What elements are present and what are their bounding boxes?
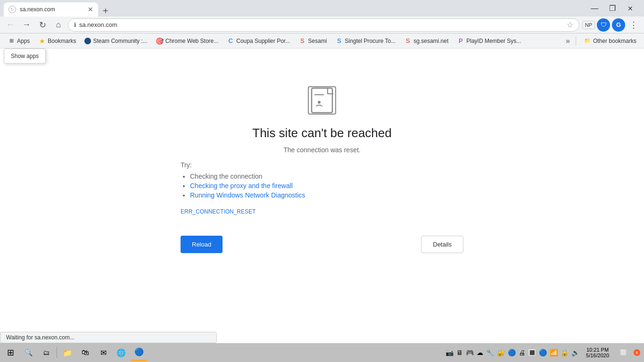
tray-icon-4[interactable]: ☁ [476,348,484,357]
tray-icon-6[interactable]: 🔐 [496,348,506,357]
status-bar: Waiting for sa.nexon.com... [0,332,217,343]
minimize-button[interactable]: — [588,2,601,15]
bookmark-star-button[interactable]: ☆ [567,20,573,29]
bookmark-playid[interactable]: P PlayID Member Sys... [453,35,525,47]
tab-area: ↻ sa.nexon.com ✕ + [4,0,583,16]
error-button-row: Reload Details [181,236,463,253]
bookmark-other[interactable]: 📁 Other bookmarks [580,35,640,47]
bookmark-chrome-label: Chrome Web Store... [165,38,219,44]
tray-icon-10[interactable]: 🔵 [538,348,548,357]
active-tab[interactable]: ↻ sa.nexon.com ✕ [4,2,98,16]
bookmark-sg-sesami[interactable]: S sg.sesami.net [400,35,452,47]
store-button[interactable]: 🛍 [77,344,94,361]
home-button[interactable]: ⌂ [52,18,65,32]
suggestion-1-text: Checking the connection [190,173,262,180]
tray-icon-7[interactable]: 🔵 [507,348,517,357]
bookmark-sg-sesami-label: sg.sesami.net [413,38,448,44]
edge-button[interactable]: 🌐 [113,344,130,361]
clock-date: 5/16/2020 [586,353,609,358]
tray-icon-11[interactable]: 📶 [549,348,559,357]
apps-favicon-icon: ⊞ [8,37,15,45]
bookmark-chrome-web-store[interactable]: 🎯 Chrome Web Store... [152,35,223,47]
suggestion-2-link[interactable]: Checking the proxy and the firewall [190,182,293,189]
tray-icon-8[interactable]: 🖨 [518,348,526,357]
start-button[interactable]: ⊞ [2,344,19,361]
forward-button[interactable]: → [20,18,33,32]
shield-extension-button[interactable]: 🛡 [597,18,610,32]
show-desktop-button[interactable]: ⬜ [615,344,632,361]
back-button[interactable]: ← [4,18,17,32]
tray-icon-9[interactable]: 🔳 [527,348,537,357]
system-clock[interactable]: 10:21 PM 5/16/2020 [582,347,613,358]
bookmark-apps-label: Apps [17,38,30,44]
menu-button[interactable]: ⋮ [627,18,640,32]
svg-rect-0 [312,88,332,113]
reload-button[interactable]: Reload [181,236,223,253]
taskbar: ⊞ 🔍 🗂 📁 🛍 ✉ 🌐 🔵 📷 🖥 🎮 ☁ 🔧 🔐 🔵 🖨 🔳 🔵 📶 🔒 … [0,343,644,362]
tray-icon-3[interactable]: 🎮 [465,348,475,357]
suggestion-1: Checking the connection [190,173,305,180]
tray-icon-5[interactable]: 🔧 [485,348,495,357]
np-button[interactable]: NP [582,21,595,29]
volume-icon[interactable]: 🔊 [570,348,580,357]
mail-button[interactable]: ✉ [95,344,112,361]
error-subtitle: The connection was reset. [283,146,360,154]
bookmarks-bar: ⊞ Apps ★ Bookmarks Steam Community :... … [0,33,644,49]
address-bar: ← → ↻ ⌂ ℹ sa.nexon.com ☆ NP 🛡 G ⋮ [0,16,644,33]
error-document-icon [308,86,336,115]
chrome-button[interactable]: 🔵 [131,344,148,361]
reload-button[interactable]: ↻ [36,18,49,32]
singtel-favicon-icon: S [335,37,343,45]
chrome-favicon-icon: 🎯 [156,37,164,45]
close-button[interactable]: ✕ [624,2,636,15]
coupa-favicon-icon: C [227,37,234,45]
tray-icon-2[interactable]: 🖥 [455,348,464,357]
error-try-label: Try: [181,161,192,169]
bookmark-other-label: Other bookmarks [593,38,636,44]
bookmark-bookmarks[interactable]: ★ Bookmarks [34,35,80,47]
profile-button[interactable]: G [612,18,625,32]
tab-favicon: ↻ [8,6,16,13]
tray-icon-12[interactable]: 🔒 [560,348,570,357]
bookmark-playid-label: PlayID Member Sys... [466,38,521,44]
bookmark-coupa-label: Coupa Supplier Por... [236,38,290,44]
bookmark-bookmarks-label: Bookmarks [48,38,76,44]
task-view-button[interactable]: 🗂 [38,344,55,361]
tab-close-button[interactable]: ✕ [88,6,93,13]
bookmark-sesami[interactable]: S Sesami [295,35,330,47]
bookmark-apps[interactable]: ⊞ Apps [4,35,33,47]
taskbar-separator-1 [57,347,57,358]
bookmark-sesami-label: Sesami [308,38,327,44]
playid-favicon-icon: P [457,37,464,45]
bookmark-steam[interactable]: Steam Community :... [81,36,151,46]
bookmark-singtel-label: Singtel Procure To... [345,38,396,44]
maximize-button[interactable]: ❐ [606,2,619,15]
details-button[interactable]: Details [421,236,463,253]
clock-time: 10:21 PM [586,347,609,353]
url-bar[interactable]: ℹ sa.nexon.com ☆ [68,18,579,32]
error-suggestions-list: Checking the connection Checking the pro… [181,173,305,201]
suggestion-2[interactable]: Checking the proxy and the firewall [190,182,305,189]
svg-point-2 [318,101,321,104]
show-apps-popup: Show apps [4,49,46,64]
sg-sesami-favicon-icon: S [404,37,412,45]
bookmarks-separator [576,36,576,46]
window-controls: — ❐ ✕ [585,2,640,15]
toolbar-right: NP 🛡 G ⋮ [582,18,640,32]
search-button[interactable]: 🔍 [20,344,37,361]
url-text: sa.nexon.com [79,21,117,28]
bookmark-singtel[interactable]: S Singtel Procure To... [331,35,399,47]
suggestion-3[interactable]: Running Windows Network Diagnostics [190,191,305,199]
suggestion-3-link[interactable]: Running Windows Network Diagnostics [190,191,305,199]
bookmark-coupa[interactable]: C Coupa Supplier Por... [223,35,294,47]
system-tray: 📷 🖥 🎮 ☁ 🔧 🔐 🔵 🖨 🔳 🔵 📶 🔒 🔊 [445,348,580,357]
status-text: Waiting for sa.nexon.com... [6,334,74,341]
notification-badge: 6 [634,349,640,356]
more-bookmarks-button[interactable]: » [564,36,572,46]
security-icon: ℹ [74,22,76,28]
bookmarks-favicon-icon: ★ [38,37,46,45]
file-explorer-button[interactable]: 📁 [59,344,76,361]
tray-icon-1[interactable]: 📷 [445,348,454,357]
new-tab-button[interactable]: + [100,6,111,16]
show-apps-label: Show apps [11,53,39,59]
